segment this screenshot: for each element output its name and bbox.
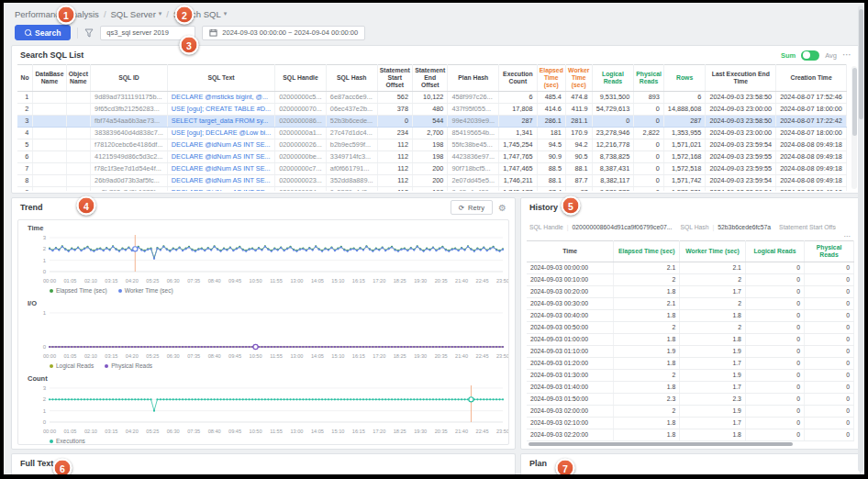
- svg-text:08:40: 08:40: [208, 353, 221, 359]
- legend-label: Physical Reads: [111, 362, 152, 369]
- sql-text-link[interactable]: DECLARE @idNum AS INT SE...: [167, 139, 274, 151]
- column-header[interactable]: SQL Handle: [275, 65, 327, 92]
- legend-item[interactable]: Logical Reads: [50, 362, 94, 369]
- table-row[interactable]: 641215949d86c5d3c2...DECLARE @idNum AS I…: [17, 151, 847, 163]
- legend-item[interactable]: Elapsed Time (sec): [50, 287, 107, 294]
- column-header[interactable]: No: [17, 65, 33, 92]
- cell: 2: [614, 370, 680, 382]
- list-vertical-scrollbar[interactable]: [851, 66, 857, 189]
- sql-text-link[interactable]: DECLARE @idNum AS INT SE...: [167, 175, 274, 187]
- history-horizontal-scrollbar[interactable]: [529, 442, 793, 446]
- table-row[interactable]: 3fbf74a54aa6b3ae73...SELECT target_data …: [17, 116, 847, 128]
- column-header[interactable]: DataBase Name: [33, 65, 66, 92]
- column-header[interactable]: Plan Hash: [448, 65, 499, 92]
- table-row[interactable]: 29f65cd3fb21256283...USE [ogu]; CREATE T…: [17, 104, 847, 116]
- legend-item[interactable]: Physical Reads: [105, 362, 152, 369]
- table-row[interactable]: 7f78c1f3ee7d1d54e4f...DECLARE @idNum AS …: [17, 163, 847, 175]
- cell: 90.5: [565, 151, 592, 163]
- column-header[interactable]: SQL Hash: [326, 65, 377, 92]
- table-row[interactable]: 4383839640d4d838c7...USE [ogu]; DECLARE …: [17, 128, 847, 139]
- avg-label: Avg: [825, 51, 837, 60]
- cell: 200: [412, 163, 447, 175]
- sql-text-link[interactable]: SELECT target_data FROM sy...: [167, 116, 274, 128]
- retry-icon: ⟳: [459, 204, 464, 212]
- history-more-icon[interactable]: ...: [843, 229, 851, 239]
- sum-avg-toggle[interactable]: [801, 50, 819, 61]
- column-header[interactable]: Creation Time: [776, 65, 847, 92]
- more-menu-icon[interactable]: ⋯: [842, 50, 851, 60]
- column-header[interactable]: Physical Reads: [805, 241, 854, 262]
- cell: 562: [377, 92, 412, 104]
- column-header[interactable]: Elapsed Time (sec): [614, 241, 680, 262]
- column-header[interactable]: Rows: [663, 65, 706, 92]
- column-header[interactable]: SQL Text: [167, 65, 274, 92]
- gear-icon[interactable]: ⚙: [498, 203, 506, 213]
- legend-label: Logical Reads: [56, 362, 94, 369]
- cell: 2024-09-03 02:10:00: [527, 418, 614, 429]
- cell: 893: [634, 92, 664, 104]
- cell: 88.1: [537, 175, 565, 187]
- column-header[interactable]: Object Name: [66, 65, 91, 92]
- svg-text:18:25: 18:25: [394, 429, 406, 434]
- cell: 52b3b6cede...: [326, 116, 377, 128]
- io-chart[interactable]: 0100:0001:0502:1003:1504:2005:2506:3007:…: [22, 308, 509, 361]
- legend-item[interactable]: Worker Time (sec): [118, 287, 173, 294]
- cell: 2024-08-07 18:00:00: [776, 128, 847, 139]
- sql-text-link[interactable]: DECLARE @idNum AS INT SE...: [167, 151, 274, 163]
- legend-item[interactable]: Executions: [50, 438, 85, 444]
- count-chart[interactable]: 012300:0001:0502:1003:1504:2005:2506:300…: [22, 384, 509, 436]
- cell: 2024-09-03 23:00:00: [706, 104, 776, 116]
- cell: 0: [745, 370, 804, 382]
- breadcrumb-sql-server[interactable]: SQL Server ▾: [111, 9, 162, 19]
- cell: 2: [614, 406, 680, 418]
- time-chart[interactable]: 012300:0001:0502:1003:1504:2005:2506:300…: [22, 233, 509, 285]
- cell: 1.9: [680, 406, 746, 418]
- sql-text-link[interactable]: DECLARE @idNum AS INT SE...: [167, 187, 274, 191]
- sql-text-link[interactable]: USE [ogu]; DECLARE @Low bi...: [167, 128, 274, 139]
- column-header[interactable]: Physical Reads: [634, 65, 664, 92]
- column-header[interactable]: Statement End Offset: [412, 65, 447, 92]
- cell: 0: [745, 406, 804, 418]
- column-header[interactable]: Last Execution End Time: [706, 65, 776, 92]
- svg-text:04:20: 04:20: [126, 278, 139, 284]
- svg-text:1: 1: [43, 408, 47, 414]
- cell: 23,278,946: [592, 128, 634, 139]
- column-header[interactable]: Worker Time (sec): [565, 65, 592, 92]
- sql-text-link[interactable]: DECLARE @msticks bigint, @...: [167, 92, 274, 104]
- column-header[interactable]: Logical Reads: [745, 241, 804, 262]
- column-header[interactable]: Execution Count: [499, 65, 537, 92]
- table-row[interactable]: 826b9ad0d73b3af5fc...DECLARE @idNum AS I…: [17, 175, 847, 187]
- table-row: 2024-09-03 00:30:002.1200: [527, 298, 854, 310]
- svg-text:09:45: 09:45: [228, 353, 241, 359]
- cell: 1,572,518: [663, 163, 706, 175]
- cell: 0: [592, 116, 634, 128]
- cell: 198: [412, 151, 447, 163]
- column-header[interactable]: Statement Start Offset: [377, 65, 412, 92]
- column-header[interactable]: Worker Time (sec): [680, 241, 746, 262]
- cell: 90.9: [537, 151, 565, 163]
- column-header[interactable]: Elapsed Time (sec): [537, 65, 565, 92]
- cell: 411.9: [565, 104, 592, 116]
- table-row[interactable]: 5f78120cebc6e4186df...DECLARE @idNum AS …: [17, 139, 847, 151]
- column-header[interactable]: SQL ID: [91, 65, 168, 92]
- cell: 6: [499, 92, 537, 104]
- cell: 2.1: [614, 262, 680, 274]
- filter-icon[interactable]: [84, 28, 94, 38]
- search-button[interactable]: Search: [15, 25, 71, 40]
- window-scrollbar[interactable]: [858, 6, 863, 472]
- table-row[interactable]: 19d89ad7311191175b...DECLARE @msticks bi…: [17, 92, 847, 104]
- sql-list-table-wrap: NoDataBase NameObject NameSQL IDSQL Text…: [17, 64, 847, 191]
- cell: 2024-08-07 17:22:42: [776, 116, 847, 128]
- cell: [66, 187, 91, 191]
- table-row: 2024-09-03 01:10:001.91.900: [527, 346, 854, 358]
- sql-text-link[interactable]: USE [ogu]; CREATE TABLE #D...: [167, 104, 274, 116]
- cell: 0: [805, 274, 854, 286]
- date-range-picker[interactable]: 2024-09-03 00:00:00 ~ 2024-09-04 00:00:0…: [202, 26, 365, 40]
- column-header[interactable]: Time: [527, 241, 614, 262]
- cell: 0: [745, 298, 804, 310]
- sql-text-link[interactable]: DECLARE @idNum AS INT SE...: [167, 163, 274, 175]
- column-header[interactable]: Logical Reads: [592, 65, 634, 92]
- retry-button[interactable]: ⟳ Retry: [451, 200, 493, 215]
- svg-text:1: 1: [43, 310, 47, 316]
- table-row[interactable]: 9ac2b792c7d3b1873f...DECLARE @idNum AS I…: [17, 187, 847, 191]
